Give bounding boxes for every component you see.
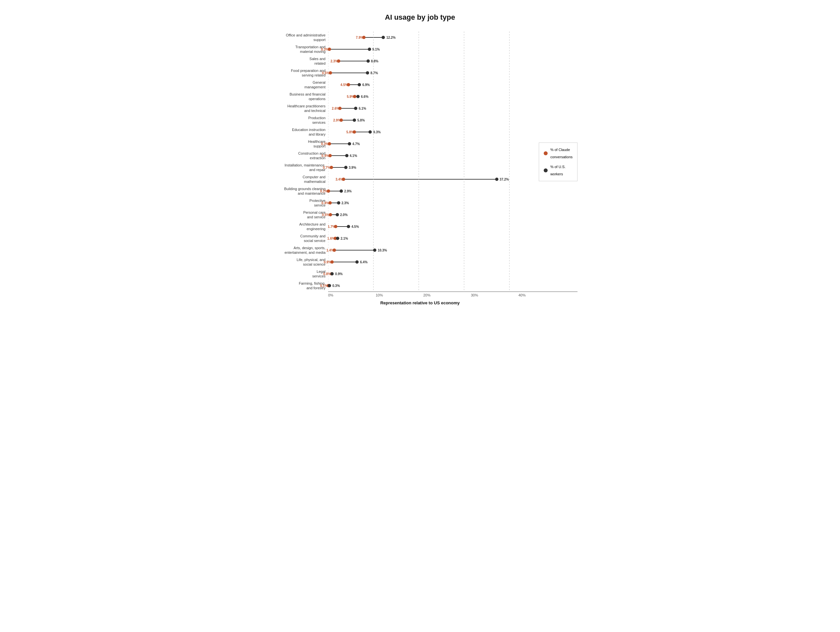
dot-dark-21 bbox=[328, 284, 331, 287]
y-label-13: Building grounds cleaningand maintenance bbox=[262, 185, 328, 197]
dumbbell-line-6 bbox=[340, 108, 356, 109]
x-tick-3: 30% bbox=[471, 293, 518, 297]
dot-dark-17 bbox=[336, 237, 339, 240]
legend-label-orange: % of Claudeconversations bbox=[550, 146, 573, 160]
bar-row-7: 2.9%5.8% bbox=[328, 114, 518, 126]
y-label-19: Life, physical, andsocial science bbox=[262, 256, 328, 268]
x-tick-0: 0% bbox=[328, 293, 376, 297]
dumbbell-line-12 bbox=[344, 179, 497, 180]
dot-dark-12 bbox=[495, 177, 499, 181]
dot-dark-2 bbox=[366, 59, 370, 63]
label-dark-11: 3.9% bbox=[349, 166, 356, 169]
y-label-2: Sales andrelated bbox=[262, 55, 328, 67]
y-label-12: Computer andmathematical bbox=[262, 173, 328, 185]
dot-dark-9 bbox=[348, 142, 351, 146]
dot-orange-5 bbox=[353, 95, 356, 98]
dumbbell-line-2 bbox=[339, 61, 368, 62]
y-label-1: Transportation andmaterial moving bbox=[262, 43, 328, 55]
dot-orange-14 bbox=[328, 201, 332, 204]
label-dark-5: 6.6% bbox=[361, 95, 368, 98]
bar-row-1: 0.3%9.1% bbox=[328, 43, 518, 55]
dot-dark-11 bbox=[344, 166, 347, 169]
bar-row-4: 4.5%6.9% bbox=[328, 79, 518, 90]
dot-orange-16 bbox=[334, 225, 337, 228]
dumbbell-line-7 bbox=[341, 120, 354, 120]
dot-orange-10 bbox=[328, 154, 332, 157]
bar-row-17: 1.6%2.1% bbox=[328, 233, 518, 244]
dot-dark-8 bbox=[368, 130, 372, 134]
bar-row-10: 0.4%4.1% bbox=[328, 150, 518, 162]
y-label-7: Productionservices bbox=[262, 114, 328, 126]
dot-orange-6 bbox=[338, 107, 341, 110]
bar-row-3: 0.5%8.7% bbox=[328, 67, 518, 79]
y-label-21: Farming, fishing,and forestry bbox=[262, 280, 328, 291]
label-dark-4: 6.9% bbox=[362, 83, 370, 87]
dot-orange-11 bbox=[330, 166, 333, 169]
legend-dot-dark bbox=[544, 168, 548, 173]
bar-row-9: 0.3%4.7% bbox=[328, 138, 518, 150]
dot-orange-19 bbox=[330, 260, 334, 264]
y-label-4: Generalmanagement bbox=[262, 79, 328, 90]
dumbbell-line-19 bbox=[332, 262, 357, 262]
dot-orange-0 bbox=[362, 36, 366, 39]
bar-row-13: 0.1%2.9% bbox=[328, 185, 518, 197]
x-tick-4: 40% bbox=[518, 293, 566, 297]
label-dark-3: 8.7% bbox=[371, 71, 378, 75]
dot-dark-18 bbox=[373, 249, 376, 252]
dumbbell-line-3 bbox=[330, 73, 368, 73]
dot-dark-1 bbox=[368, 48, 371, 51]
bar-row-12: 3.4%37.2% bbox=[328, 173, 518, 185]
y-label-10: Construction andextraction bbox=[262, 150, 328, 162]
dumbbell-line-1 bbox=[330, 49, 369, 49]
bar-row-5: 5.9%6.6% bbox=[328, 90, 518, 103]
dot-dark-3 bbox=[366, 71, 369, 74]
y-label-0: Office and administrativesupport bbox=[262, 32, 328, 43]
y-label-14: Protectiveservice bbox=[262, 197, 328, 209]
y-label-9: Healthcaresupport bbox=[262, 138, 328, 150]
dot-dark-10 bbox=[345, 154, 349, 157]
label-dark-1: 9.1% bbox=[373, 48, 380, 51]
y-labels: Office and administrativesupportTranspor… bbox=[262, 32, 328, 292]
bar-row-20: 0.8%0.9% bbox=[328, 268, 518, 280]
dumbbell-line-10 bbox=[330, 155, 347, 156]
dot-dark-19 bbox=[355, 260, 358, 264]
dot-dark-7 bbox=[353, 119, 356, 122]
label-dark-2: 8.8% bbox=[371, 59, 378, 63]
label-orange-14: 0.4% bbox=[322, 201, 329, 205]
dumbbell-line-9 bbox=[330, 144, 349, 144]
bar-row-8: 5.8%9.3% bbox=[328, 126, 518, 138]
dot-orange-9 bbox=[328, 142, 331, 146]
y-label-16: Architecture andengineering bbox=[262, 221, 328, 233]
dot-dark-16 bbox=[347, 225, 350, 228]
label-dark-13: 2.9% bbox=[344, 189, 352, 193]
y-label-5: Business and financialoperations bbox=[262, 90, 328, 103]
dot-orange-18 bbox=[333, 249, 336, 252]
dot-dark-20 bbox=[330, 272, 334, 276]
label-dark-10: 4.1% bbox=[350, 154, 357, 158]
bar-row-2: 2.3%8.8% bbox=[328, 55, 518, 67]
x-tick-1: 10% bbox=[376, 293, 423, 297]
dot-orange-15 bbox=[329, 213, 332, 216]
bar-row-0: 7.9%12.2% bbox=[328, 32, 518, 43]
bar-row-15: 0.5%2.0% bbox=[328, 209, 518, 221]
y-label-3: Food preparation andserving related bbox=[262, 67, 328, 79]
dot-orange-7 bbox=[339, 119, 343, 122]
label-dark-12: 37.2% bbox=[500, 177, 509, 181]
dot-orange-4 bbox=[347, 83, 350, 86]
label-orange-20: 0.8% bbox=[323, 272, 331, 276]
dot-orange-2 bbox=[337, 59, 340, 63]
dot-dark-5 bbox=[356, 95, 360, 98]
dumbbell-line-11 bbox=[332, 167, 346, 168]
chart-title: AI usage by job type bbox=[262, 13, 578, 22]
y-label-18: Arts, design, sports,entertainment, and … bbox=[262, 244, 328, 256]
legend: % of Claudeconversations % of U.S.worker… bbox=[539, 143, 578, 181]
bar-row-19: 0.9%6.4% bbox=[328, 256, 518, 268]
label-dark-16: 4.5% bbox=[351, 225, 359, 228]
y-label-8: Education instructionand library bbox=[262, 126, 328, 138]
chart-container: AI usage by job type Office and administ… bbox=[262, 13, 578, 305]
label-dark-15: 2.0% bbox=[340, 213, 348, 217]
dot-orange-3 bbox=[329, 71, 332, 74]
label-orange-21: 0.1% bbox=[320, 284, 328, 288]
bar-row-16: 1.7%4.5% bbox=[328, 221, 518, 233]
bar-row-6: 2.6%6.1% bbox=[328, 103, 518, 114]
